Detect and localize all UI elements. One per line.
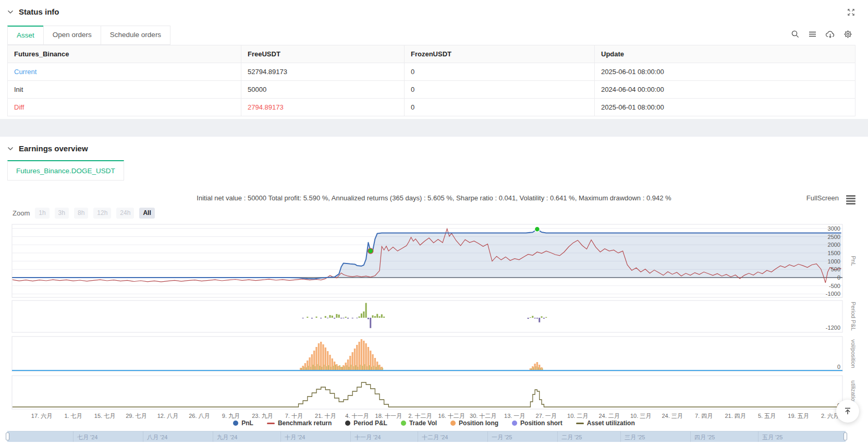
x-axis-label: 23. 九月 bbox=[252, 413, 273, 419]
legend-label: Asset utilization bbox=[587, 419, 635, 427]
pnl-axis-tick: -1000 bbox=[826, 291, 840, 297]
period-pnl-bar bbox=[374, 316, 376, 318]
x-axis-label: 12. 八月 bbox=[157, 413, 178, 419]
legend-item-asset-utilization[interactable]: Asset utilization bbox=[576, 419, 635, 427]
legend-item-benchmark-return[interactable]: Benchmark return bbox=[267, 419, 332, 427]
position-long-bar bbox=[304, 363, 306, 370]
slider-month-tick bbox=[143, 431, 143, 442]
legend-label: Period P&L bbox=[353, 419, 387, 427]
position-long-bar bbox=[322, 344, 324, 370]
period-pnl-bar bbox=[372, 315, 374, 318]
slider-month-tick bbox=[213, 431, 213, 442]
pnl-axis-tick: 500 bbox=[831, 266, 840, 272]
position-long-bar bbox=[349, 356, 351, 370]
slider-month-tick bbox=[487, 431, 488, 442]
position-long-bar bbox=[313, 351, 315, 370]
pnl-axis-tick: 3000 bbox=[828, 225, 840, 232]
period-pnl-bar bbox=[545, 317, 547, 318]
legend-label: Position short bbox=[520, 419, 563, 427]
legend-label: Trade Vol bbox=[409, 419, 437, 427]
position-long-bar bbox=[315, 347, 317, 370]
legend-swatch bbox=[401, 421, 406, 426]
trade-marker[interactable] bbox=[534, 226, 540, 232]
slider-month-tick bbox=[557, 431, 558, 442]
earnings-chart[interactable]: 300025002000150010005000-500-1000-120000… bbox=[0, 0, 868, 444]
period-pnl-bar bbox=[536, 318, 538, 319]
x-axis-label: 7. 四月 bbox=[695, 413, 713, 419]
back-to-top-button[interactable] bbox=[836, 400, 859, 423]
period-pnl-bar bbox=[332, 316, 333, 318]
slider-right-handle[interactable] bbox=[843, 433, 847, 440]
slider-left-handle[interactable] bbox=[6, 433, 9, 440]
vol-axis-tick: 0 bbox=[837, 364, 840, 370]
x-axis-label: 17. 六月 bbox=[31, 413, 52, 419]
legend-label: Benchmark return bbox=[278, 419, 332, 427]
period-pnl-bar bbox=[340, 318, 342, 318]
slider-month-label: 七月 '24 bbox=[77, 434, 97, 441]
position-long-bar bbox=[343, 365, 344, 370]
slider-month-label: 四月 '25 bbox=[694, 434, 715, 441]
position-long-bar bbox=[352, 352, 353, 370]
period-pnl-bar bbox=[534, 318, 536, 318]
period-pnl-bar bbox=[334, 318, 335, 319]
vol-panel bbox=[12, 337, 842, 371]
slider-month-tick bbox=[73, 431, 74, 442]
legend-item-pnl[interactable]: PnL bbox=[233, 419, 253, 427]
slider-month-label: 一月 '25 bbox=[492, 434, 512, 441]
pnl-axis-tick: 1500 bbox=[828, 250, 840, 256]
x-axis-label: 9. 九月 bbox=[222, 413, 240, 419]
dashboard-page: Status info AssetOpen ordersSchedule ord… bbox=[0, 0, 868, 444]
x-axis-label: 24. 三月 bbox=[662, 413, 682, 419]
slider-month-label: 十月 '24 bbox=[285, 434, 305, 441]
position-long-bar bbox=[336, 364, 337, 370]
period-pnl-bar bbox=[347, 318, 349, 319]
position-long-bar bbox=[318, 343, 320, 370]
position-long-bar bbox=[327, 351, 328, 370]
position-long-bar bbox=[358, 342, 360, 370]
period-pnl-bar bbox=[365, 303, 367, 318]
panel-title-vol-position: vol/position bbox=[850, 339, 857, 368]
util-panel bbox=[12, 376, 842, 409]
position-long-bar bbox=[365, 343, 366, 370]
period-pnl-bar bbox=[530, 317, 531, 318]
x-axis-label: 4. 十一月 bbox=[345, 413, 369, 419]
period-pnl-bar bbox=[361, 314, 362, 318]
legend-item-position-long[interactable]: Position long bbox=[450, 419, 498, 427]
slider-month-label: 十一月 '24 bbox=[354, 434, 381, 441]
x-axis-label: 10. 二月 bbox=[567, 413, 588, 419]
position-long-bar bbox=[374, 358, 376, 370]
pnl-axis-tick: 2000 bbox=[828, 242, 840, 248]
position-long-bar bbox=[539, 365, 540, 370]
legend-item-trade-vol[interactable]: Trade Vol bbox=[401, 419, 437, 427]
period-pnl-bar bbox=[356, 318, 358, 318]
period-pnl-bar bbox=[325, 316, 326, 318]
period-pnl-bar bbox=[359, 317, 360, 318]
period-axis-tick: -1200 bbox=[826, 325, 840, 331]
position-long-bar bbox=[325, 347, 326, 370]
x-axis-label: 7. 十月 bbox=[285, 413, 303, 419]
x-axis-label: 24. 二月 bbox=[598, 413, 619, 419]
period-pnl-bar bbox=[352, 318, 353, 318]
legend-swatch bbox=[233, 421, 238, 426]
period-panel bbox=[12, 301, 842, 332]
panel-title-period-p-l: Period P&L bbox=[850, 302, 857, 331]
x-axis-label: 19. 五月 bbox=[788, 413, 809, 419]
position-long-bar bbox=[532, 366, 533, 370]
x-axis-label: 21. 十月 bbox=[315, 413, 336, 419]
x-axis-label: 2. 十二月 bbox=[408, 413, 432, 419]
slider-month-tick bbox=[690, 431, 691, 442]
trade-marker[interactable] bbox=[368, 248, 373, 254]
period-pnl-bar bbox=[327, 318, 328, 318]
date-range-slider[interactable]: 七月 '24八月 '24九月 '24十月 '24十一月 '24十二月 '24一月… bbox=[7, 431, 846, 442]
legend-item-period-p-l[interactable]: Period P&L bbox=[345, 419, 387, 427]
x-axis-label: 29. 七月 bbox=[126, 413, 146, 419]
x-axis-label: 16. 十二月 bbox=[438, 413, 465, 419]
slider-month-tick bbox=[280, 431, 281, 442]
legend-item-position-short[interactable]: Position short bbox=[512, 419, 563, 427]
x-axis-label: 27. 一月 bbox=[536, 413, 557, 419]
slider-month-label: 三月 '25 bbox=[625, 434, 645, 441]
position-long-bar bbox=[354, 349, 356, 370]
period-pnl-bar bbox=[343, 318, 344, 318]
x-axis-label: 13. 一月 bbox=[504, 413, 525, 419]
position-long-bar bbox=[356, 345, 358, 370]
